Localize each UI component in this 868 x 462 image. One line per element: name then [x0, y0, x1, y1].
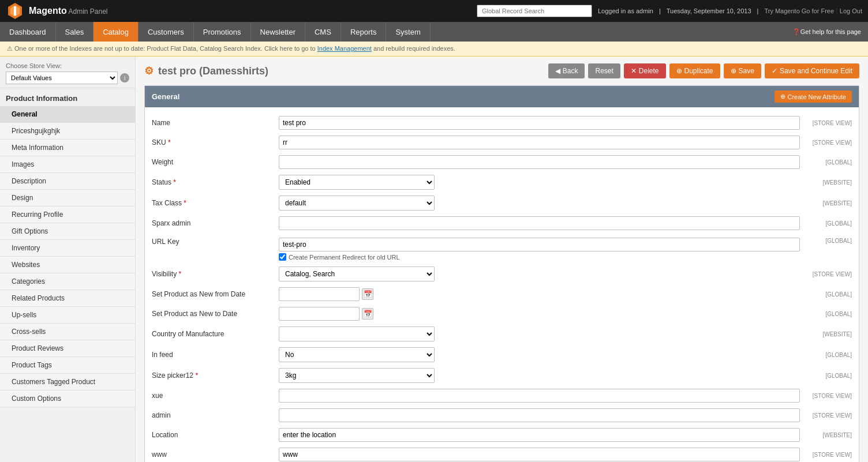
newfrom-scope: [GLOBAL]: [800, 291, 852, 298]
sidebar-item-categories[interactable]: Categories: [0, 273, 135, 290]
sidebar-item-websites[interactable]: Websites: [0, 257, 135, 273]
page-title-row: ⚙ test pro (Damesshirts) ◀ Back Reset ✕ …: [144, 63, 859, 78]
product-info-title: Product Information: [0, 88, 135, 106]
duplicate-button[interactable]: ⊕ Duplicate: [669, 63, 720, 78]
field-infeed-field: No Yes: [279, 347, 800, 362]
sidebar-item-design[interactable]: Design: [0, 190, 135, 206]
sidebar-item-description[interactable]: Description: [0, 173, 135, 190]
panel-body: Name [STORE VIEW] SKU * [STORE VIEW]: [145, 107, 859, 462]
nav-sales[interactable]: Sales: [56, 22, 94, 42]
page-title: ⚙ test pro (Damesshirts): [144, 65, 268, 77]
newto-date-input[interactable]: [279, 307, 360, 321]
field-newto-field: 📅: [279, 307, 800, 321]
sidebar-item-recurring[interactable]: Recurring Profile: [0, 206, 135, 223]
urlkey-scope: [GLOBAL]: [800, 238, 852, 244]
status-select[interactable]: Enabled Disabled: [279, 175, 435, 190]
sidebar-item-crosssells[interactable]: Cross-sells: [0, 324, 135, 340]
nav-promotions[interactable]: Promotions: [194, 22, 251, 42]
redirect-checkbox[interactable]: [279, 253, 286, 261]
global-search-input[interactable]: [477, 5, 592, 17]
save-continue-button[interactable]: ✓ Save and Continue Edit: [765, 63, 859, 78]
infeed-scope: [GLOBAL]: [800, 352, 852, 358]
field-www-label: www: [152, 450, 279, 459]
nav-newsletter[interactable]: Newsletter: [251, 22, 305, 42]
field-newto-label: Set Product as New to Date: [152, 310, 279, 318]
nav-customers[interactable]: Customers: [139, 22, 194, 42]
country-select[interactable]: United States China Germany: [279, 326, 435, 341]
sku-input[interactable]: [279, 136, 800, 149]
sidebar-item-custom[interactable]: Custom Options: [0, 390, 135, 407]
sidebar: Choose Store View: Default Values i Prod…: [0, 57, 136, 462]
field-sku-field: [279, 136, 800, 149]
field-admin-label: admin: [152, 411, 279, 419]
field-urlkey-row: URL Key Create Permanent Redirect for ol…: [145, 233, 859, 264]
sidebar-item-images[interactable]: Images: [0, 156, 135, 173]
sku-scope: [STORE VIEW]: [800, 140, 852, 146]
save-icon: ⊕: [731, 67, 736, 75]
warning-icon: ⚠: [7, 45, 13, 52]
field-location-label: Location: [152, 431, 279, 439]
sidebar-item-customertags[interactable]: Customers Tagged Product: [0, 374, 135, 390]
field-country-field: United States China Germany: [279, 326, 800, 341]
sidebar-item-gift[interactable]: Gift Options: [0, 223, 135, 240]
nav-reports[interactable]: Reports: [341, 22, 387, 42]
urlkey-input[interactable]: [279, 238, 800, 251]
newto-calendar-icon[interactable]: 📅: [362, 308, 373, 320]
tax-scope: [WEBSITE]: [800, 200, 852, 206]
delete-icon: ✕: [631, 67, 637, 75]
logout-link[interactable]: Log Out: [840, 7, 862, 14]
sidebar-items: General Priceshgujkghjk Meta Information…: [0, 106, 135, 407]
sparx-input[interactable]: [279, 216, 800, 230]
nav-help[interactable]: ❓ Get help for this page: [785, 22, 868, 42]
index-management-link[interactable]: Index Management: [317, 45, 372, 52]
sizepicker-select[interactable]: 3kg 1kg 2kg 5kg: [279, 368, 435, 383]
main-layout: Choose Store View: Default Values i Prod…: [0, 57, 868, 462]
warning-bar: ⚠ One or more of the Indexes are not up …: [0, 42, 868, 57]
store-view-info-icon[interactable]: i: [120, 73, 129, 82]
field-visibility-label: Visibility *: [152, 270, 279, 278]
visibility-scope: [STORE VIEW]: [800, 271, 852, 277]
sidebar-item-tags[interactable]: Product Tags: [0, 357, 135, 374]
warning-text: One or more of the Indexes are not up to…: [14, 45, 317, 52]
field-country-row: Country of Manufacture United States Chi…: [145, 324, 859, 344]
field-name-label: Name: [152, 119, 279, 127]
nav-dashboard[interactable]: Dashboard: [0, 22, 56, 42]
sidebar-item-general[interactable]: General: [0, 106, 135, 123]
field-tax-field: default Taxable Goods None: [279, 196, 800, 211]
location-input[interactable]: [279, 428, 800, 442]
reset-button[interactable]: Reset: [588, 63, 620, 78]
field-sku-label: SKU *: [152, 138, 279, 147]
sidebar-item-meta[interactable]: Meta Information: [0, 140, 135, 156]
sidebar-item-prices[interactable]: Priceshgujkghjk: [0, 123, 135, 140]
try-link[interactable]: Try Magento Go for Free: [764, 7, 834, 14]
store-view-select[interactable]: Default Values: [6, 72, 118, 84]
infeed-select[interactable]: No Yes: [279, 347, 435, 362]
admin-input[interactable]: [279, 408, 800, 422]
sizepicker-scope: [GLOBAL]: [800, 373, 852, 379]
header-separator2: |: [757, 7, 759, 14]
back-button[interactable]: ◀ Back: [548, 63, 585, 78]
country-scope: [WEBSITE]: [800, 331, 852, 337]
back-icon: ◀: [555, 67, 560, 75]
name-input[interactable]: [279, 116, 800, 130]
create-attr-icon: ⊕: [780, 93, 785, 100]
weight-input[interactable]: [279, 155, 800, 169]
www-input[interactable]: [279, 448, 800, 461]
nav-system[interactable]: System: [386, 22, 430, 42]
action-buttons: ◀ Back Reset ✕ Delete ⊕ Duplicate ⊕ Save: [548, 63, 859, 78]
sidebar-item-upsells[interactable]: Up-sells: [0, 307, 135, 324]
save-button[interactable]: ⊕ Save: [724, 63, 761, 78]
newfrom-calendar-icon[interactable]: 📅: [362, 288, 373, 300]
create-attribute-button[interactable]: ⊕ Create New Attribute: [775, 91, 852, 103]
delete-button[interactable]: ✕ Delete: [624, 63, 666, 78]
xue-input[interactable]: [279, 389, 800, 403]
field-urlkey-field: Create Permanent Redirect for old URL: [279, 238, 800, 261]
visibility-select[interactable]: Catalog, Search Catalog Search Not Visib…: [279, 266, 435, 281]
newfrom-date-input[interactable]: [279, 287, 360, 301]
sidebar-item-related[interactable]: Related Products: [0, 290, 135, 307]
sidebar-item-reviews[interactable]: Product Reviews: [0, 340, 135, 357]
nav-catalog[interactable]: Catalog: [93, 22, 139, 42]
tax-select[interactable]: default Taxable Goods None: [279, 196, 435, 211]
sidebar-item-inventory[interactable]: Inventory: [0, 240, 135, 257]
nav-cms[interactable]: CMS: [305, 22, 341, 42]
